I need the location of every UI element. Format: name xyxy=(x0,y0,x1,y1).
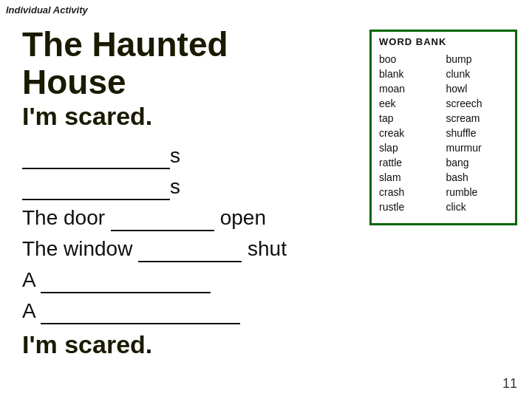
blank-5 xyxy=(41,268,211,293)
word-bank-cell-left: rustle xyxy=(379,201,441,213)
blank-1 xyxy=(22,144,170,169)
word-bank-cell-left: slam xyxy=(379,171,441,183)
fill-line-1: s xyxy=(22,144,332,169)
final-sentence: I'm scared. xyxy=(22,330,332,359)
blank-2 xyxy=(22,175,170,200)
blank-4 xyxy=(138,237,242,262)
word-bank-cell-left: slap xyxy=(379,142,441,154)
word-bank-row: creakshuffle xyxy=(379,127,508,139)
blank-6 xyxy=(41,299,240,324)
word-bank-cell-left: boo xyxy=(379,53,441,65)
word-bank-cell-right: bump xyxy=(446,53,508,65)
word-bank-row: slapmurmur xyxy=(379,142,508,154)
word-bank-row: crashrumble xyxy=(379,186,508,198)
word-bank-row: moanhowl xyxy=(379,83,508,95)
word-bank-cell-right: howl xyxy=(446,83,508,95)
fill-line-6: A xyxy=(22,299,332,324)
word-bank-cell-right: scream xyxy=(446,112,508,124)
title-line2: House xyxy=(22,64,332,101)
fill-line-4: The window shut xyxy=(22,237,332,262)
fill-line-3: The door open xyxy=(22,206,332,231)
word-bank-title: WORD BANK xyxy=(379,36,508,47)
word-bank-rows: boobumpblankclunkmoanhowleekscreechtapsc… xyxy=(379,53,508,213)
word-bank-row: blankclunk xyxy=(379,68,508,80)
suffix-4: shut xyxy=(242,237,287,260)
word-bank-row: rustleclick xyxy=(379,201,508,213)
word-bank-row: boobump xyxy=(379,53,508,65)
word-bank-cell-left: tap xyxy=(379,112,441,124)
word-bank-cell-right: screech xyxy=(446,98,508,109)
word-bank-cell-left: rattle xyxy=(379,157,441,168)
suffix-2: s xyxy=(170,175,180,198)
word-bank-cell-left: moan xyxy=(379,83,441,95)
prefix-5: A xyxy=(22,268,41,291)
main-content: The Haunted House I'm scared. s s The do… xyxy=(22,26,332,359)
word-bank-cell-right: bang xyxy=(446,157,508,168)
word-bank-cell-left: blank xyxy=(379,68,441,80)
intro-sentence: I'm scared. xyxy=(22,102,332,131)
activity-label: Individual Activity xyxy=(6,4,88,16)
fill-line-2: s xyxy=(22,175,332,200)
word-bank-cell-left: crash xyxy=(379,186,441,198)
blank-3 xyxy=(111,206,214,231)
suffix-1: s xyxy=(170,144,180,167)
prefix-3: The door xyxy=(22,206,111,229)
word-bank-cell-right: shuffle xyxy=(446,127,508,139)
word-bank-row: tapscream xyxy=(379,112,508,124)
word-bank-row: rattlebang xyxy=(379,157,508,168)
word-bank: WORD BANK boobumpblankclunkmoanhowleeksc… xyxy=(369,30,517,225)
prefix-6: A xyxy=(22,299,41,322)
fill-line-5: A xyxy=(22,268,332,293)
word-bank-row: slambash xyxy=(379,171,508,183)
prefix-4: The window xyxy=(22,237,138,260)
page-number: 11 xyxy=(502,376,517,392)
word-bank-cell-right: bash xyxy=(446,171,508,183)
word-bank-cell-left: creak xyxy=(379,127,441,139)
word-bank-cell-left: eek xyxy=(379,98,441,109)
word-bank-row: eekscreech xyxy=(379,98,508,109)
suffix-3: open xyxy=(214,206,266,229)
word-bank-cell-right: rumble xyxy=(446,186,508,198)
title-line1: The Haunted xyxy=(22,26,332,64)
word-bank-cell-right: clunk xyxy=(446,68,508,80)
title-block: The Haunted House xyxy=(22,26,332,100)
word-bank-cell-right: click xyxy=(446,201,508,213)
word-bank-cell-right: murmur xyxy=(446,142,508,154)
